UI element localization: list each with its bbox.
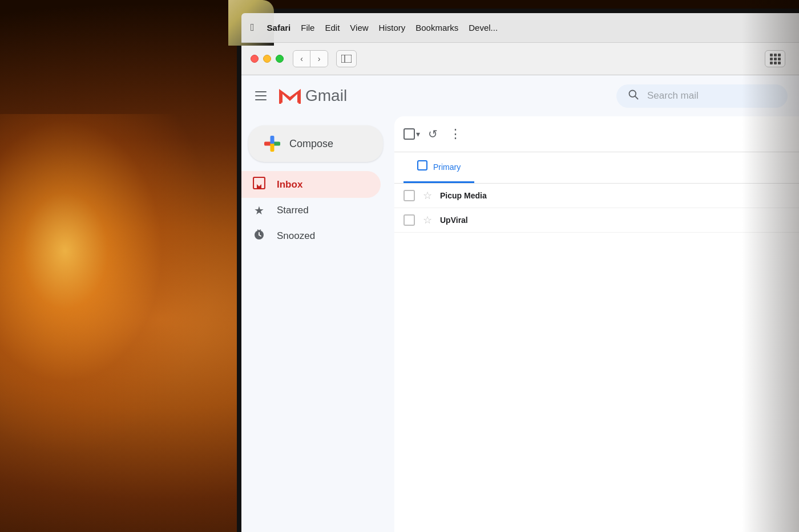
menubar-develop[interactable]: Devel... — [469, 23, 498, 33]
hamburger-line — [255, 95, 267, 96]
email-star-2[interactable]: ☆ — [423, 214, 432, 226]
primary-tab-icon — [417, 160, 427, 173]
email-list: ☆ Picup Media ☆ UpViral — [394, 184, 799, 532]
refresh-button[interactable]: ↺ — [425, 124, 441, 144]
menubar-file[interactable]: File — [301, 23, 314, 33]
primary-tab-label: Primary — [433, 163, 461, 172]
hamburger-menu-button[interactable] — [251, 87, 271, 105]
forward-arrow-icon: › — [318, 54, 321, 63]
back-arrow-icon: ‹ — [300, 54, 303, 63]
search-placeholder-text: Search mail — [647, 90, 699, 101]
menubar-edit[interactable]: Edit — [325, 23, 340, 33]
search-bar[interactable]: Search mail — [616, 84, 788, 108]
gmail-main: ▾ ↺ ⋮ — [394, 116, 799, 532]
fullscreen-button[interactable] — [276, 55, 284, 63]
grid-dots-icon — [770, 54, 781, 64]
safari-chrome: ‹ › — [241, 43, 799, 75]
grid-view-button[interactable] — [765, 50, 785, 67]
email-item-1[interactable]: ☆ Picup Media — [394, 184, 799, 208]
email-star-1[interactable]: ☆ — [423, 189, 432, 202]
search-icon — [628, 89, 639, 103]
inbox-label: Inbox — [277, 179, 302, 190]
menubar-bookmarks[interactable]: Bookmarks — [415, 23, 458, 33]
safari-toolbar: ‹ › — [241, 43, 799, 75]
minimize-button[interactable] — [263, 55, 271, 63]
hamburger-line — [255, 99, 267, 100]
nav-button-group: ‹ › — [293, 50, 328, 67]
screen-border:  Safari File Edit View History Bookmark… — [237, 9, 799, 532]
snoozed-label: Snoozed — [277, 230, 315, 242]
starred-label: Starred — [277, 205, 309, 216]
compose-plus-vertical — [271, 136, 275, 152]
macos-menubar:  Safari File Edit View History Bookmark… — [241, 13, 799, 43]
gmail-header: Gmail Search mail — [241, 75, 799, 116]
svg-rect-11 — [418, 161, 427, 170]
gmail-area: Gmail Search mail — [241, 75, 799, 532]
sidebar-toggle-button[interactable] — [336, 50, 357, 67]
apple-menu-icon[interactable]:  — [251, 22, 255, 34]
more-options-button[interactable]: ⋮ — [446, 123, 466, 145]
close-button[interactable] — [251, 55, 259, 63]
email-checkbox[interactable] — [403, 190, 415, 201]
compose-button[interactable]: Compose — [248, 125, 383, 162]
traffic-lights — [251, 55, 284, 63]
compose-label: Compose — [289, 138, 333, 150]
tab-primary[interactable]: Primary — [403, 152, 474, 183]
compose-plus-icon — [264, 136, 280, 152]
menubar-history[interactable]: History — [379, 23, 406, 33]
gmail-m-logo — [278, 87, 302, 105]
gmail-tabs: Primary — [394, 152, 799, 184]
back-button[interactable]: ‹ — [293, 51, 310, 67]
email-sender-2: UpViral — [440, 216, 554, 225]
gmail-sidebar: Compose Inbox — [241, 116, 390, 532]
email-checkbox-2[interactable] — [403, 214, 415, 226]
email-item-2[interactable]: ☆ UpViral — [394, 208, 799, 233]
select-all-checkbox[interactable]: ▾ — [403, 128, 420, 140]
snoozed-clock-icon — [252, 229, 267, 243]
gmail-logo: Gmail — [278, 87, 347, 105]
email-sender-1: Picup Media — [440, 191, 554, 200]
sidebar-icon — [341, 55, 352, 63]
hamburger-line — [255, 91, 267, 92]
menubar-view[interactable]: View — [350, 23, 368, 33]
menubar-safari[interactable]: Safari — [267, 23, 291, 33]
forward-button[interactable]: › — [310, 51, 328, 67]
macbook-frame:  Safari File Edit View History Bookmark… — [228, 0, 799, 532]
checkbox-dropdown-arrow: ▾ — [416, 129, 420, 139]
checkbox-box — [403, 128, 415, 140]
search-svg-icon — [628, 89, 639, 100]
sidebar-item-starred[interactable]: ★ Starred — [241, 198, 381, 223]
gmail-body: Compose Inbox — [241, 116, 799, 532]
sidebar-item-inbox[interactable]: Inbox — [241, 171, 381, 198]
background-lights — [0, 114, 217, 456]
svg-rect-0 — [341, 55, 352, 63]
main-toolbar: ▾ ↺ ⋮ — [394, 116, 799, 152]
svg-line-4 — [635, 96, 638, 99]
sidebar-item-snoozed[interactable]: Snoozed — [241, 223, 381, 249]
screen-content:  Safari File Edit View History Bookmark… — [241, 13, 799, 532]
star-icon: ★ — [252, 204, 267, 217]
gmail-text-label: Gmail — [305, 87, 347, 105]
inbox-icon — [252, 177, 267, 192]
